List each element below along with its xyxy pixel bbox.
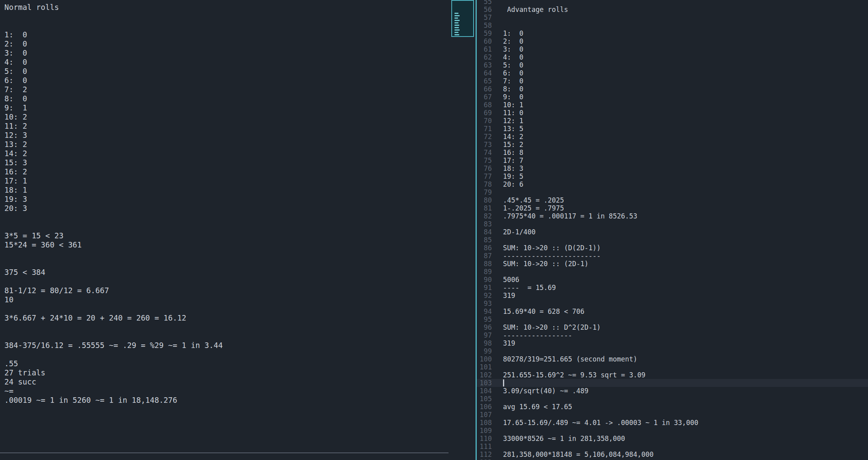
code-line[interactable]: 591: 0: [477, 29, 868, 37]
code-line[interactable]: 375 < 384: [4, 268, 223, 277]
code-line[interactable]: 4: 0: [4, 58, 223, 67]
code-line[interactable]: 111: [477, 443, 868, 450]
code-line[interactable]: 7416: 8: [477, 149, 868, 157]
code-line[interactable]: 27 trials: [4, 368, 223, 377]
code-line[interactable]: 24 succ: [4, 377, 223, 387]
code-line[interactable]: [4, 213, 223, 222]
code-line[interactable]: 9415.69*40 = 628 < 706: [477, 307, 868, 315]
code-line[interactable]: 56 Advantage rolls: [477, 6, 868, 14]
code-line[interactable]: 842D-1/400: [477, 228, 868, 236]
code-line[interactable]: 99: [477, 347, 868, 355]
code-line[interactable]: 57: [477, 14, 868, 21]
code-line[interactable]: 10817.65-15.69/.489 ~= 4.01 -> .00003 ~ …: [477, 419, 868, 427]
code-line[interactable]: 102251.655-15.69^2 ~= 9.53 sqrt = 3.09: [477, 371, 868, 379]
code-line[interactable]: 646: 0: [477, 69, 868, 77]
code-line[interactable]: Normal rolls: [4, 3, 223, 12]
code-line[interactable]: 7113: 5: [477, 125, 868, 133]
code-line[interactable]: 16: 2: [4, 167, 223, 176]
code-line[interactable]: 3*6.667 + 24*10 = 20 + 240 = 260 = 16.12: [4, 313, 223, 323]
code-line[interactable]: 112281,358,000*18148 = 5,106,084,984,000: [477, 450, 868, 458]
code-line[interactable]: 635: 0: [477, 61, 868, 69]
code-line[interactable]: 15*24 = 360 < 361: [4, 240, 223, 249]
code-line[interactable]: 86SUM: 10->20 :: (D(2D-1)): [477, 244, 868, 252]
code-line[interactable]: 9: 1: [4, 103, 223, 112]
code-line[interactable]: 106avg 15.69 < 17.65: [477, 403, 868, 411]
code-line[interactable]: 15: 3: [4, 158, 223, 167]
right-editor-pane[interactable]: 5556 Advantage rolls5758591: 0602: 0613:…: [477, 0, 868, 460]
code-line[interactable]: 87------------------------: [477, 252, 868, 260]
code-line[interactable]: 81-1/12 = 80/12 = 6.667: [4, 286, 223, 295]
code-line[interactable]: 7618: 3: [477, 164, 868, 172]
code-line[interactable]: .55: [4, 359, 223, 368]
code-line[interactable]: [4, 249, 223, 259]
code-line[interactable]: 10080278/319=251.665 (second moment): [477, 355, 868, 363]
code-line[interactable]: 19: 3: [4, 195, 223, 204]
code-line[interactable]: 1043.09/sqrt(40) ~= .489: [477, 387, 868, 395]
code-line[interactable]: 88SUM: 10->20 :: (2D-1): [477, 260, 868, 268]
code-line[interactable]: ~=: [4, 387, 223, 396]
code-line[interactable]: 2: 0: [4, 39, 223, 48]
code-line[interactable]: 657: 0: [477, 77, 868, 85]
code-line[interactable]: 101: [477, 363, 868, 371]
code-line[interactable]: 7012: 1: [477, 117, 868, 125]
code-line[interactable]: 14: 2: [4, 149, 223, 158]
code-line[interactable]: 13: 2: [4, 140, 223, 149]
code-line[interactable]: 79: [477, 188, 868, 196]
code-line[interactable]: 384-375/16.12 = .55555 ~= .29 = %29 ~= 1…: [4, 341, 223, 350]
code-line[interactable]: 613: 0: [477, 45, 868, 53]
code-line[interactable]: 668: 0: [477, 85, 868, 93]
code-line[interactable]: 20: 3: [4, 204, 223, 213]
code-line[interactable]: [4, 332, 223, 341]
code-line[interactable]: 83: [477, 220, 868, 228]
code-line[interactable]: [4, 323, 223, 332]
code-line[interactable]: 5: 0: [4, 67, 223, 76]
code-line[interactable]: 1: 0: [4, 30, 223, 39]
code-line[interactable]: 679: 0: [477, 93, 868, 101]
code-line[interactable]: [4, 21, 223, 30]
code-line[interactable]: 93: [477, 300, 868, 307]
left-editor-pane[interactable]: Normal rolls1: 02: 03: 04: 05: 06: 07: 2…: [0, 0, 476, 460]
code-line[interactable]: 8: 0: [4, 94, 223, 103]
code-line[interactable]: 17: 1: [4, 176, 223, 186]
code-line[interactable]: 89: [477, 268, 868, 276]
code-line[interactable]: 98319: [477, 339, 868, 347]
code-line[interactable]: 10: [4, 295, 223, 304]
code-line[interactable]: [4, 304, 223, 313]
code-line[interactable]: 80.45*.45 = .2025: [477, 196, 868, 204]
code-line[interactable]: 95: [477, 315, 868, 323]
code-line[interactable]: 6810: 1: [477, 101, 868, 109]
code-line[interactable]: 602: 0: [477, 37, 868, 45]
code-line[interactable]: [4, 350, 223, 359]
code-line[interactable]: 11033000*8526 ~= 1 in 281,358,000: [477, 435, 868, 443]
code-line[interactable]: 3*5 = 15 < 23: [4, 231, 223, 240]
code-line[interactable]: 103: [477, 379, 868, 387]
code-line[interactable]: 7820: 6: [477, 180, 868, 188]
code-line[interactable]: 82.7975*40 = .000117 = 1 in 8526.53: [477, 212, 868, 220]
code-line[interactable]: 10: 2: [4, 112, 223, 122]
code-line[interactable]: 91---- = 15.69: [477, 284, 868, 292]
code-line[interactable]: 58: [477, 21, 868, 29]
code-line[interactable]: .00019 ~= 1 in 5260 ~= 1 in 18,148.276: [4, 396, 223, 405]
code-line[interactable]: 85: [477, 236, 868, 244]
code-line[interactable]: 96SUM: 10->20 :: D^2(2D-1): [477, 323, 868, 331]
code-line[interactable]: [4, 259, 223, 268]
code-line[interactable]: 109: [477, 427, 868, 435]
minimap[interactable]: [451, 0, 474, 37]
code-line[interactable]: 811-.2025 = .7975: [477, 204, 868, 212]
code-line[interactable]: 7517: 7: [477, 157, 868, 164]
code-line[interactable]: [4, 222, 223, 231]
code-line[interactable]: 113: [477, 458, 868, 460]
code-line[interactable]: 7: 2: [4, 85, 223, 94]
code-line[interactable]: 18: 1: [4, 186, 223, 195]
code-line[interactable]: 7214: 2: [477, 133, 868, 141]
code-line[interactable]: 3: 0: [4, 48, 223, 58]
code-line[interactable]: 624: 0: [477, 53, 868, 61]
code-line[interactable]: 6911: 0: [477, 109, 868, 117]
code-line[interactable]: [4, 277, 223, 286]
code-line[interactable]: [4, 12, 223, 21]
code-line[interactable]: 97-----------------: [477, 331, 868, 339]
code-line[interactable]: 12: 3: [4, 131, 223, 140]
code-line[interactable]: 7315: 2: [477, 141, 868, 149]
code-line[interactable]: 55: [477, 0, 868, 6]
code-line[interactable]: 11: 2: [4, 122, 223, 131]
